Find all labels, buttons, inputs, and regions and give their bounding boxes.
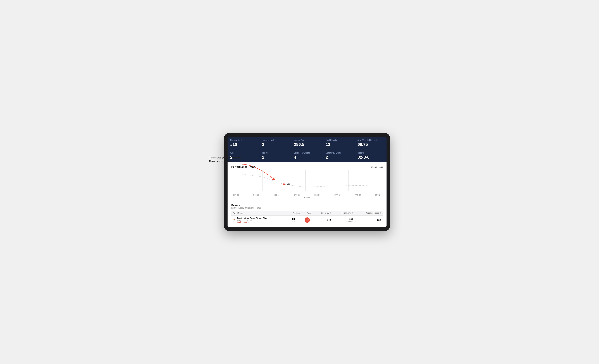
events-table: Event Name Position Score Event SG ⓘ Tot… bbox=[231, 211, 383, 225]
col-event-sg: Event SG ⓘ bbox=[313, 211, 333, 215]
rank-impact: Rank Impact: 3 ▼ bbox=[237, 221, 267, 223]
event-date: Oct 9 - Oct 10, 2023 bbox=[237, 219, 267, 221]
col-total-points: Total Points ⓘ bbox=[333, 211, 355, 215]
stat-top3s: Top 3s 2 bbox=[259, 149, 291, 162]
scene: This shows you your National Rank trend … bbox=[209, 133, 390, 231]
col-score: Score bbox=[301, 211, 313, 215]
rank-impact-arrow-down: ▼ bbox=[249, 221, 251, 223]
score-badge: -22 bbox=[305, 217, 310, 223]
stats-row2: Wins 2 Top 3s 2 Stroke Play Events 4 Mat… bbox=[228, 149, 387, 162]
chart-legend: National Rank bbox=[370, 166, 383, 168]
stat-avg-weighted-points: Avg. Weighted Pointsⓘ 68.75 bbox=[355, 137, 387, 149]
events-title: Events bbox=[231, 204, 383, 207]
col-position: Position bbox=[287, 211, 301, 215]
chart-svg: #10 bbox=[231, 170, 383, 193]
event-sg-cell: 0.45 bbox=[313, 215, 333, 225]
chart-x-labels: OCT 23 NOV 23 DEC 23 JAN 24 FEB 24 MAR 2… bbox=[231, 194, 383, 196]
events-last-updated: Last updated: 24th November 2023 bbox=[231, 207, 383, 209]
tablet-device: National Rank #10 Regional Rank 2 Scorin… bbox=[224, 133, 390, 231]
event-icon: 🏌️ bbox=[233, 219, 236, 222]
event-score-cell: -22 bbox=[301, 215, 313, 225]
event-position-cell: 6th out of 7 bbox=[287, 215, 301, 225]
col-event-name: Event Name bbox=[231, 211, 287, 215]
stat-national-rank: National Rank #10 bbox=[228, 137, 259, 149]
event-name: Buster Cozy Cup - Stroke Play bbox=[237, 217, 267, 219]
table-row: 🏌️ Buster Cozy Cup - Stroke Play Oct 9 -… bbox=[231, 215, 383, 225]
chart-area: #10 bbox=[231, 170, 383, 193]
stat-total-rounds: Total Rounds 12 bbox=[323, 137, 355, 149]
stats-row1: National Rank #10 Regional Rank 2 Scorin… bbox=[228, 137, 387, 149]
tablet-screen: National Rank #10 Regional Rank 2 Scorin… bbox=[228, 137, 387, 228]
info-icon: ⓘ bbox=[376, 139, 378, 141]
col-weighted-points: Weighted Points ⓘ bbox=[355, 211, 383, 215]
table-header-row: Event Name Position Score Event SG ⓘ Tot… bbox=[231, 211, 383, 215]
stat-match-play-events: Match Play Events 2 bbox=[323, 149, 355, 162]
stat-stroke-play-events: Stroke Play Events 4 bbox=[291, 149, 323, 162]
chart-months-label: Months bbox=[231, 197, 383, 199]
stat-scoring-avg: Scoring Avg. 286.5 bbox=[291, 137, 323, 149]
svg-text:#10: #10 bbox=[287, 183, 290, 186]
stat-regional-rank: Regional Rank 2 bbox=[259, 137, 291, 149]
chart-header: Performance Trend National Rank bbox=[231, 165, 383, 169]
event-info-cell: 🏌️ Buster Cozy Cup - Stroke Play Oct 9 -… bbox=[231, 215, 287, 225]
weighted-points-cell: 28.3 bbox=[355, 215, 383, 225]
stat-record: Record 32-8-0 bbox=[355, 149, 387, 162]
chart-section: Performance Trend National Rank bbox=[228, 162, 387, 201]
events-section: Events Last updated: 24th November 2023 … bbox=[228, 201, 387, 227]
svg-point-9 bbox=[283, 184, 285, 185]
annotation-text: This shows you your National Rank trend … bbox=[209, 156, 243, 163]
total-points-cell: 28.3 3 Rounds bbox=[333, 215, 355, 225]
chart-title: Performance Trend bbox=[231, 165, 255, 169]
